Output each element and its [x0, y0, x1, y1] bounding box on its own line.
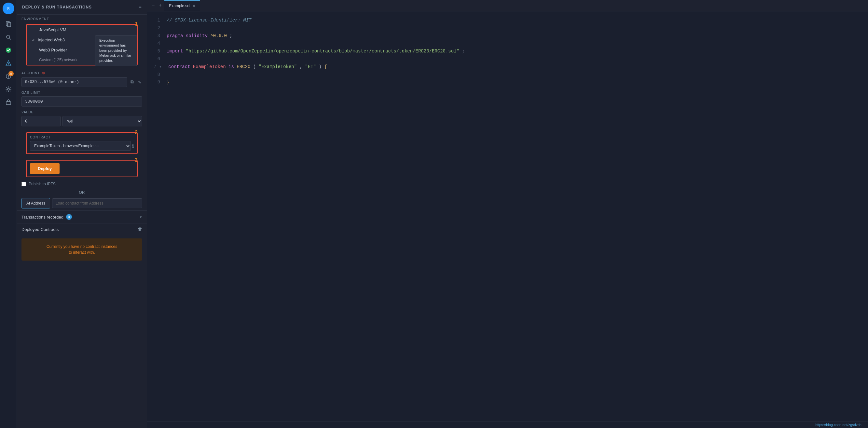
- account-label: ACCOUNT ⊕: [22, 71, 142, 75]
- account-edit-btn[interactable]: ✎: [137, 78, 142, 86]
- line-num-2: 2: [154, 24, 160, 32]
- account-row: 0x03D...576e6 (0 ether) ⧉ ✎: [22, 77, 142, 87]
- line-num-5: 5: [154, 48, 160, 55]
- account-info-icon[interactable]: ⊕: [42, 71, 45, 75]
- deploy-step-badge: 3: [135, 157, 138, 163]
- env-label-custom: Custom (125) network: [39, 58, 78, 62]
- status-bar: https://blog.csdn.net/zgsdzch: [147, 421, 868, 428]
- deployed-trash-icon[interactable]: 🗑: [138, 227, 142, 232]
- line-num-4: 4: [154, 40, 160, 48]
- env-label-js-vm: JavaScript VM: [39, 27, 66, 32]
- sidebar-settings-icon[interactable]: [3, 83, 14, 95]
- ipfs-checkbox[interactable]: [22, 182, 26, 186]
- load-contract-input[interactable]: [52, 198, 142, 208]
- no-contract-line2: to interact with.: [69, 250, 95, 255]
- contract-step-badge: 2: [135, 130, 138, 136]
- gas-limit-input[interactable]: [22, 96, 142, 107]
- contract-select-row: ExampleToken - browser/Example.sc ℹ: [30, 141, 134, 151]
- code-line-6: 6: [154, 55, 862, 63]
- env-option-javascript-vm[interactable]: JavaScript VM: [27, 25, 137, 35]
- notification-badge: 36: [8, 71, 14, 76]
- sidebar-deploy-icon[interactable]: [3, 57, 14, 69]
- ipfs-label: Publish to IPFS: [29, 182, 56, 186]
- editor-tabs: − + Example.sol ✕: [147, 0, 868, 11]
- line-content-9: }: [167, 79, 862, 86]
- code-line-8: 8: [154, 71, 862, 79]
- code-line-4: 4: [154, 40, 862, 48]
- contract-select[interactable]: ExampleToken - browser/Example.sc: [30, 141, 131, 151]
- environment-label: ENVIRONMENT: [22, 17, 142, 21]
- value-row: wei gwei finney ether: [22, 116, 142, 126]
- sidebar-files-icon[interactable]: [3, 18, 14, 30]
- environment-dropdown-container: 1 JavaScript VM ✓ Injected Web3 Web3 Pro…: [26, 24, 138, 65]
- contract-section: 2 CONTRACT ExampleToken - browser/Exampl…: [26, 132, 138, 154]
- tab-close-btn[interactable]: ✕: [192, 4, 195, 8]
- line-content-8: [167, 71, 862, 79]
- svg-rect-14: [6, 102, 11, 105]
- deploy-button[interactable]: Deploy: [30, 163, 60, 174]
- at-address-row: At Address: [17, 196, 147, 210]
- line-num-8: 8: [154, 71, 160, 79]
- gas-limit-label: GAS LIMIT: [22, 91, 142, 94]
- value-amount-input[interactable]: [22, 116, 61, 126]
- transactions-left: Transactions recorded 0: [22, 214, 72, 220]
- line-num-6: 6: [154, 55, 160, 63]
- transactions-section[interactable]: Transactions recorded 0 ▾: [17, 210, 147, 223]
- line-content-6: [167, 55, 862, 63]
- transactions-chevron: ▾: [140, 214, 142, 220]
- selected-checkmark: ✓: [32, 38, 35, 42]
- svg-line-5: [9, 38, 11, 39]
- at-address-button[interactable]: At Address: [22, 198, 50, 208]
- deployed-contracts-section[interactable]: Deployed Contracts 🗑: [17, 223, 147, 235]
- value-unit-select[interactable]: wei gwei finney ether: [62, 116, 142, 126]
- svg-rect-3: [7, 23, 11, 27]
- deploy-section: 3 Deploy: [26, 160, 138, 177]
- line-content-5: import "https://github.com/OpenZeppelin/…: [167, 48, 862, 55]
- svg-point-6: [6, 48, 11, 53]
- environment-tooltip: Execution environment has been provided …: [95, 35, 137, 66]
- contract-info-btn[interactable]: ℹ: [132, 143, 134, 149]
- no-contract-notice: Currently you have no contract instances…: [22, 238, 142, 261]
- line-num-9: 9: [154, 79, 160, 86]
- panel-header: DEPLOY & RUN TRANSACTIONS ≡: [17, 0, 147, 15]
- env-label-web3: Web3 Provider: [39, 48, 67, 52]
- value-label: VALUE: [22, 110, 142, 114]
- no-contract-line1: Currently you have no contract instances: [46, 244, 117, 249]
- code-line-7: 7 ▾ contract ExampleToken is ERC20 ( "Ex…: [154, 63, 862, 71]
- account-section: ACCOUNT ⊕ 0x03D...576e6 (0 ether) ⧉ ✎: [17, 69, 147, 89]
- env-label-injected: Injected Web3: [38, 37, 65, 42]
- transactions-label: Transactions recorded: [22, 215, 63, 220]
- code-editor[interactable]: 1 // SPDX-License-Identifier: MIT 2 3 pr…: [147, 11, 868, 421]
- svg-point-9: [8, 64, 9, 65]
- panel-title: DEPLOY & RUN TRANSACTIONS: [22, 5, 92, 9]
- sidebar-plugin-icon[interactable]: [3, 96, 14, 108]
- sidebar-compile-icon[interactable]: [3, 44, 14, 56]
- line-content-4: [167, 40, 862, 48]
- line-content-1: // SPDX-License-Identifier: MIT: [167, 17, 862, 24]
- zoom-in-btn[interactable]: +: [157, 0, 163, 11]
- svg-point-13: [7, 88, 9, 90]
- gas-limit-section: GAS LIMIT: [17, 89, 147, 109]
- icon-sidebar: R 36: [0, 0, 17, 428]
- zoom-out-btn[interactable]: −: [150, 0, 156, 11]
- code-line-1: 1 // SPDX-License-Identifier: MIT: [154, 17, 862, 24]
- line-content-7: contract ExampleToken is ERC20 ( "Exampl…: [168, 63, 862, 71]
- editor-area: − + Example.sol ✕ 1 // SPDX-License-Iden…: [147, 0, 868, 428]
- value-section: VALUE wei gwei finney ether: [17, 109, 147, 129]
- account-copy-btn[interactable]: ⧉: [129, 78, 135, 86]
- svg-point-12: [8, 77, 9, 78]
- status-url: https://blog.csdn.net/zgsdzch: [815, 423, 862, 427]
- line-num-1: 1: [154, 17, 160, 24]
- sidebar-debug-icon[interactable]: 36: [3, 70, 14, 82]
- panel-collapse-btn[interactable]: ≡: [139, 5, 142, 10]
- line-content-3: pragma solidity ^0.6.0 ;: [167, 32, 862, 40]
- editor-tab-example[interactable]: Example.sol ✕: [164, 0, 200, 11]
- app-logo: R: [3, 3, 14, 14]
- transactions-badge: 0: [66, 214, 72, 220]
- tooltip-text: Execution environment has been provided …: [99, 38, 131, 62]
- code-line-5: 5 import "https://github.com/OpenZeppeli…: [154, 48, 862, 55]
- account-select[interactable]: 0x03D...576e6 (0 ether): [22, 77, 127, 87]
- line-num-3: 3: [154, 32, 160, 40]
- sidebar-search-icon[interactable]: [3, 31, 14, 43]
- deploy-panel: DEPLOY & RUN TRANSACTIONS ≡ ENVIRONMENT …: [17, 0, 147, 428]
